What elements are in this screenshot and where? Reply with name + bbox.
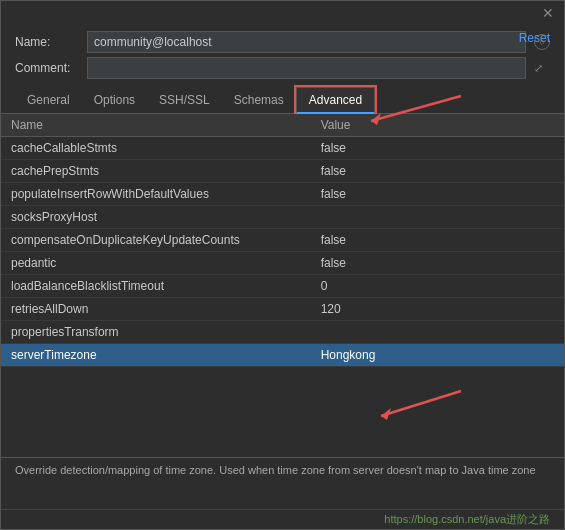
comment-row: Comment: ⤢	[15, 57, 550, 79]
comment-expand-icon: ⤢	[534, 62, 550, 75]
table-row[interactable]: serverTimezoneHongkong	[1, 344, 564, 367]
tab-general[interactable]: General	[15, 88, 82, 114]
table-row[interactable]: populateInsertRowWithDefaultValuesfalse	[1, 183, 564, 206]
table-row[interactable]: propertiesTransform	[1, 321, 564, 344]
name-row: Name: ○	[15, 31, 550, 53]
close-button[interactable]: ✕	[538, 5, 558, 21]
property-name: cachePrepStmts	[1, 160, 311, 183]
table-row[interactable]: pedanticfalse	[1, 252, 564, 275]
comment-label: Comment:	[15, 61, 79, 75]
name-label: Name:	[15, 35, 79, 49]
tab-sshssl[interactable]: SSH/SSL	[147, 88, 222, 114]
status-url: https://blog.csdn.net/java进阶之路	[384, 513, 550, 525]
table-row[interactable]: loadBalanceBlacklistTimeout0	[1, 275, 564, 298]
table-header-row: Name Value	[1, 114, 564, 137]
main-window: ✕ Name: ○ Comment: ⤢ Reset General Optio…	[0, 0, 565, 530]
property-name: compensateOnDuplicateKeyUpdateCounts	[1, 229, 311, 252]
property-value: false	[311, 252, 564, 275]
description-text: Override detection/mapping of time zone.…	[15, 464, 536, 476]
property-value: 120	[311, 298, 564, 321]
property-value: false	[311, 160, 564, 183]
col-name-header: Name	[1, 114, 311, 137]
property-name: populateInsertRowWithDefaultValues	[1, 183, 311, 206]
col-value-header: Value	[311, 114, 564, 137]
table-row[interactable]: cacheCallableStmtsfalse	[1, 137, 564, 160]
property-value	[311, 206, 564, 229]
description-bar: Override detection/mapping of time zone.…	[1, 457, 564, 509]
properties-table-container: Name Value cacheCallableStmtsfalsecacheP…	[1, 114, 564, 457]
tab-schemas[interactable]: Schemas	[222, 88, 296, 114]
table-row[interactable]: compensateOnDuplicateKeyUpdateCountsfals…	[1, 229, 564, 252]
form-section: Name: ○ Comment: ⤢	[1, 25, 564, 83]
reset-button[interactable]: Reset	[519, 31, 550, 45]
tab-bar: General Options SSH/SSL Schemas Advanced	[1, 87, 564, 114]
property-value: Hongkong	[311, 344, 564, 367]
title-bar: ✕	[1, 1, 564, 25]
property-value	[311, 321, 564, 344]
property-name: pedantic	[1, 252, 311, 275]
tab-advanced[interactable]: Advanced	[296, 87, 375, 114]
property-name: propertiesTransform	[1, 321, 311, 344]
property-name: retriesAllDown	[1, 298, 311, 321]
property-name: serverTimezone	[1, 344, 311, 367]
property-name: socksProxyHost	[1, 206, 311, 229]
property-value: false	[311, 229, 564, 252]
property-value: false	[311, 183, 564, 206]
tab-options[interactable]: Options	[82, 88, 147, 114]
property-value: 0	[311, 275, 564, 298]
property-name: cacheCallableStmts	[1, 137, 311, 160]
property-name: loadBalanceBlacklistTimeout	[1, 275, 311, 298]
table-row[interactable]: socksProxyHost	[1, 206, 564, 229]
comment-input[interactable]	[87, 57, 526, 79]
table-row[interactable]: cachePrepStmtsfalse	[1, 160, 564, 183]
property-value: false	[311, 137, 564, 160]
table-row[interactable]: retriesAllDown120	[1, 298, 564, 321]
status-bar: https://blog.csdn.net/java进阶之路	[1, 509, 564, 529]
name-input[interactable]	[87, 31, 526, 53]
properties-table: Name Value cacheCallableStmtsfalsecacheP…	[1, 114, 564, 367]
